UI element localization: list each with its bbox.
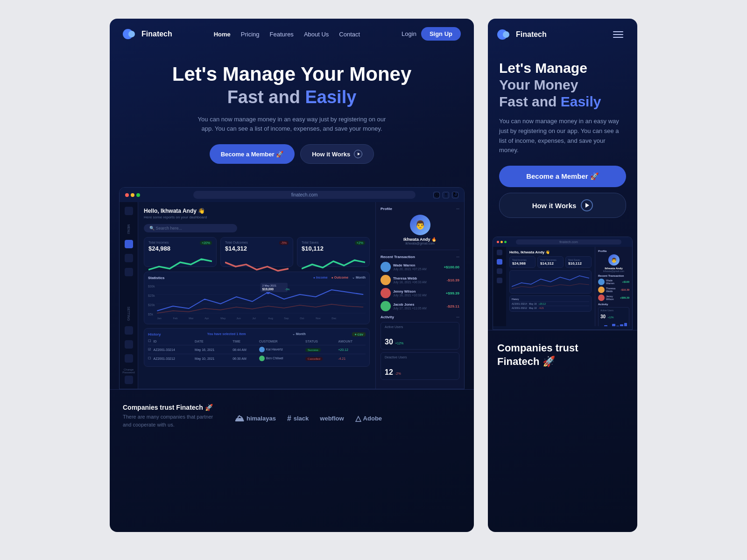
svg-text:Jul: Jul <box>252 317 255 320</box>
mobile-sidebar-icon-3 <box>497 268 502 274</box>
sidebar-settings-label: SETTING <box>127 307 130 321</box>
himalayas-icon: ⛰ <box>235 413 244 424</box>
browser-dots <box>125 193 140 197</box>
mobile-activity-title: Activity <box>598 303 629 306</box>
become-member-button[interactable]: Become a Member 🚀 <box>210 144 295 164</box>
deactive-users-label: Deactive Users <box>385 356 455 359</box>
trust-description: There are many companies that partner an… <box>123 413 216 428</box>
mobile-history: History AZ2001-33214May 16+20.12 AZ2001-… <box>509 295 592 312</box>
nav-item-pricing[interactable]: Pricing <box>241 30 260 38</box>
login-button[interactable]: Login <box>402 30 416 37</box>
active-users-badge: +12% <box>395 342 403 345</box>
mobile-become-member-button[interactable]: Become a Member 🚀 <box>499 166 626 187</box>
history-section: History You have selected 1 item ⌄ Month… <box>144 328 370 367</box>
trans-date-4: July 17, 2021 +11:05 AM <box>393 307 444 310</box>
mobile-trans-name-2: Theresa Webb <box>606 287 619 293</box>
deactive-users-chart <box>445 363 455 377</box>
svg-text:Aug: Aug <box>268 317 273 320</box>
sidebar-icon-lock <box>125 340 133 349</box>
trans-name-3: Jenny Wilson <box>393 289 444 294</box>
trans-amount-2: -$10.39 <box>447 278 459 282</box>
chart-title: Statistics ● Income ● Outcome ⌄ Month <box>148 276 366 280</box>
trust-logo-slack: # slack <box>287 414 309 423</box>
trans-date-2: July 18, 2021 +06:33 AM <box>393 280 444 284</box>
profile-name: Ikhwata Andy 🔥 <box>381 237 459 242</box>
hamburger-line-2 <box>613 34 623 35</box>
mobile-sidebar-icon-2 <box>497 259 502 265</box>
stat-card-saves: Total Saves+2% $10,112 <box>297 237 370 267</box>
trust-section: Companies trust Finatech 🚀 There are man… <box>110 389 474 438</box>
hamburger-menu-button[interactable] <box>613 27 628 42</box>
stat-income-label: Total Incomes+20% <box>148 241 212 244</box>
mobile-hero-section: Let's Manage Your Money Fast and Easily … <box>488 50 637 237</box>
desktop-panel: Finatech Home Pricing Features About Us … <box>110 19 474 532</box>
how-it-works-button[interactable]: How it Works <box>300 144 374 164</box>
profile-title: Profile ··· <box>381 207 459 211</box>
trans-name-4: Jacob Jones <box>393 302 444 307</box>
mobile-active-count: 30 <box>600 314 606 319</box>
stat-outcome-sparkline <box>225 254 289 263</box>
logo-icon <box>123 29 138 39</box>
svg-text:Mar: Mar <box>189 317 193 320</box>
sidebar-icon-doc <box>125 268 133 276</box>
trans-amount-3: +$99.39 <box>446 291 459 295</box>
stat-outcome-label: Total Outcomes-5% <box>225 241 289 244</box>
history-title: History You have selected 1 item ⌄ Month… <box>148 332 366 336</box>
mobile-play-icon <box>581 199 593 211</box>
active-users-chart <box>445 332 455 346</box>
transaction-item-3: Jenny Wilson July 18, 2021 +10:32 AM +$9… <box>381 288 459 298</box>
mobile-how-it-works-button[interactable]: How it Works <box>499 193 626 218</box>
mobile-hero-description: You can now manage money in an easy way … <box>499 117 626 155</box>
dot-green <box>136 193 140 197</box>
dashboard-sub: Here some reports on your dashboard <box>144 215 370 219</box>
sidebar-icon-gear <box>125 326 133 335</box>
svg-text:$30k: $30k <box>148 285 155 288</box>
mobile-dashboard-mockup: finatech.com Hello, Ikhwata Andy 👋 Total… <box>493 237 633 330</box>
active-users-count: 30 <box>385 338 393 346</box>
mobile-profile-title: Profile <box>598 250 629 252</box>
signup-button[interactable]: Sign Up <box>421 27 461 41</box>
hero-subtitle: Fast and Easily <box>227 87 357 107</box>
logo[interactable]: Finatech <box>123 29 172 39</box>
trust-logo-webflow: webflow <box>320 415 344 422</box>
stat-income-value: $24,988 <box>148 245 212 252</box>
stat-outcome-value: $14,312 <box>225 245 289 252</box>
nav-item-about[interactable]: About Us <box>304 30 329 38</box>
deactive-users-card: Deactive Users 12 -2% <box>381 352 459 380</box>
activity-section: Activity ··· Active Users 30 +12% <box>381 315 459 380</box>
transaction-item-1: Wade Warren July 20, 2021 +07:25 AM +$10… <box>381 262 459 272</box>
mobile-transaction-title: Recent Transaction <box>598 274 629 277</box>
mobile-active-label: Active Users <box>600 309 627 312</box>
mobile-browser-dots <box>497 241 507 243</box>
mobile-logo-icon <box>497 30 512 39</box>
stat-card-income: Total Incomes+20% $24,988 <box>144 237 217 267</box>
svg-text:$20k: $20k <box>148 303 155 307</box>
hamburger-line-3 <box>613 37 623 38</box>
svg-text:Jan: Jan <box>157 317 161 320</box>
mobile-dot-red <box>497 241 499 243</box>
mobile-trans-name-3: Jenny Wilson <box>606 295 619 301</box>
trust-logo-himalayas: ⛰ himalayas <box>235 413 276 424</box>
nav-item-contact[interactable]: Contact <box>339 30 360 38</box>
transaction-item-4: Jacob Jones July 17, 2021 +11:05 AM -$29… <box>381 301 459 311</box>
mobile-browser-url: finatech.com <box>516 239 621 245</box>
mobile-activity-section: Activity Active Users 30 +12% <box>598 303 629 326</box>
mobile-active-users-card: Active Users 30 +12% <box>598 307 629 326</box>
trust-title: Companies trust Finatech 🚀 <box>123 404 216 411</box>
mobile-profile-avatar: 👨 <box>608 254 620 266</box>
dashboard-sidebar: MENU SETTING Change Password <box>120 202 138 389</box>
browser-icon-2: ↑ <box>443 192 449 198</box>
mobile-trust-section: Companies trust Finatech 🚀 <box>488 330 637 378</box>
mobile-logo[interactable]: Finatech <box>497 30 547 39</box>
dashboard-search[interactable]: 🔍 Search here... <box>144 224 237 232</box>
active-users-card: Active Users 30 +12% <box>381 322 459 350</box>
nav-item-home[interactable]: Home <box>214 30 231 38</box>
sidebar-icon-shield <box>125 354 133 363</box>
nav-item-features[interactable]: Features <box>270 30 294 38</box>
mobile-trans-2: Theresa Webb -$10.39 <box>598 287 629 293</box>
sidebar-icon-refresh <box>125 254 133 262</box>
mobile-dot-yellow <box>500 241 503 243</box>
mobile-trans-avatar-1 <box>598 279 605 285</box>
nav: Finatech Home Pricing Features About Us … <box>110 19 474 49</box>
mobile-dash-greeting: Hello, Ikhwata Andy 👋 <box>509 250 592 254</box>
